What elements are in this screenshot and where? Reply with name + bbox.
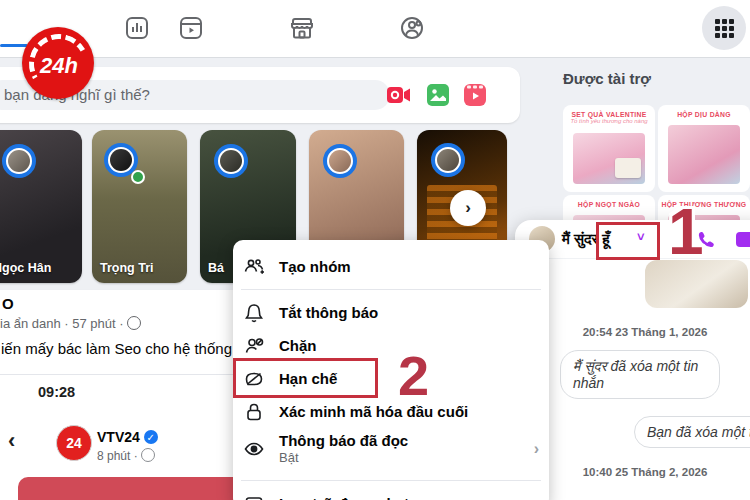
back-chevron-icon[interactable]: ‹ — [8, 428, 15, 454]
active-tab-underline — [0, 44, 28, 47]
verified-badge-icon: ✓ — [144, 430, 158, 444]
photo-icon[interactable] — [426, 83, 450, 107]
vtv24-logo-text: 24 — [66, 435, 82, 451]
menu-item-archive[interactable]: Lưu trữ đoạn chat — [233, 487, 549, 500]
next-arrow-icon: › — [465, 198, 471, 218]
menu-divider — [241, 289, 541, 290]
menu-item-mute[interactable]: Tắt thông báo — [233, 296, 549, 329]
story-avatar-ring — [323, 144, 357, 178]
group-name-fragment: O — [2, 295, 14, 312]
create-group-icon — [243, 256, 265, 278]
facebook-page: 24h ® bạn đang nghĩ gì thế? — [0, 0, 750, 500]
product-label: SET QUÀ VALENTINE — [563, 111, 655, 118]
eye-icon — [243, 438, 265, 460]
menu-item-read-receipts[interactable]: Thông báo đã đọc Bật › — [233, 428, 549, 470]
product-sublabel: Tỏ tình yêu thương cho nàng — [563, 118, 655, 124]
block-person-icon — [243, 335, 265, 357]
product-label: HỘP NGỌT NGÀO — [563, 201, 655, 208]
post-meta-text: ia ẩn danh · 57 phút · — [0, 316, 124, 331]
product-bag — [615, 158, 641, 178]
story-author-label: Bá — [208, 261, 224, 275]
vtv24-meta-text: 8 phút · — [97, 449, 138, 463]
annotation-number-1: 1 — [668, 200, 704, 264]
vtv24-name: VTV24 — [97, 429, 140, 445]
sponsored-product[interactable]: SET QUÀ VALENTINE Tỏ tình yêu thương cho… — [563, 105, 655, 192]
story-author-label: Ngọc Hân — [0, 261, 51, 275]
menu-item-label: Tắt thông báo — [279, 304, 378, 321]
marketplace-icon[interactable] — [288, 14, 316, 42]
annotation-box-step2 — [233, 358, 378, 398]
chat-timestamp: 20:54 23 Tháng 1, 2026 — [545, 326, 745, 338]
annotation-box-step1 — [596, 222, 660, 260]
story-avatar-ring — [431, 143, 465, 177]
chat-message-removed-right[interactable]: Bạn đã xóa một tin nhắn — [634, 416, 750, 448]
chat-timestamp: 10:40 25 Tháng 2, 2026 — [545, 466, 745, 478]
bell-icon — [243, 302, 265, 324]
vtv24-name-row[interactable]: VTV24 ✓ — [97, 429, 158, 445]
sponsored-title: Được tài trợ — [563, 70, 651, 87]
lock-icon — [243, 401, 265, 423]
menu-item-create-group[interactable]: Tạo nhóm — [233, 250, 549, 283]
chat-message-removed-left[interactable]: मैं सुंदर đã xóa một tin nhắn — [560, 350, 720, 399]
chevron-right-icon: › — [534, 440, 539, 458]
product-image — [668, 125, 740, 184]
apps-menu-button[interactable] — [702, 6, 746, 50]
menu-item-label: Thông báo đã đọc — [279, 432, 408, 451]
menu-item-label: Lưu trữ đoạn chat — [279, 495, 409, 500]
stories-next-button[interactable]: › — [450, 190, 486, 226]
archive-icon — [243, 493, 265, 500]
groups-icon[interactable] — [398, 14, 426, 42]
registered-mark: ® — [86, 31, 92, 40]
menu-divider — [241, 480, 541, 481]
menu-item-label: Tạo nhóm — [279, 258, 351, 275]
menu-item-label: Chặn — [279, 337, 317, 354]
chat-window: मैं सुंदर हूँ ˅ 20:54 23 Tháng 1, 2026 म… — [515, 220, 750, 500]
top-navbar — [0, 0, 750, 58]
menu-item-verify-encryption[interactable]: Xác minh mã hóa đầu cuối — [233, 395, 549, 428]
reels-create-icon[interactable] — [463, 83, 487, 107]
reels-icon[interactable] — [177, 14, 205, 42]
story-avatar-ring — [214, 144, 248, 178]
vtv24-meta: 8 phút · — [97, 446, 155, 463]
vtv24-logo: 24 — [56, 425, 92, 461]
apps-grid-icon — [715, 19, 734, 38]
insights-icon[interactable] — [123, 14, 151, 42]
globe-icon — [141, 448, 155, 462]
globe-icon — [127, 316, 141, 330]
product-label: HỘP DỊU DÀNG — [658, 111, 750, 118]
online-status-dot — [131, 170, 145, 184]
24h-logo: 24h ® — [22, 27, 94, 99]
menu-item-sublabel: Bật — [279, 450, 408, 466]
video-call-icon[interactable] — [736, 232, 750, 247]
story-author-label: Trọng Tri — [100, 261, 153, 275]
live-video-icon[interactable] — [386, 83, 412, 107]
menu-item-label: Xác minh mã hóa đầu cuối — [279, 403, 468, 420]
24h-logo-text: 24h — [40, 53, 78, 79]
annotation-number-2: 2 — [398, 348, 429, 404]
post-text: iến mấy bác làm Seo cho hệ thống này — [1, 340, 260, 357]
screenshot-clock: 09:28 — [38, 384, 75, 400]
post-meta: ia ẩn danh · 57 phút · — [0, 314, 141, 331]
story-avatar-ring — [2, 144, 36, 178]
sponsored-product[interactable]: HỘP DỊU DÀNG — [658, 105, 750, 192]
